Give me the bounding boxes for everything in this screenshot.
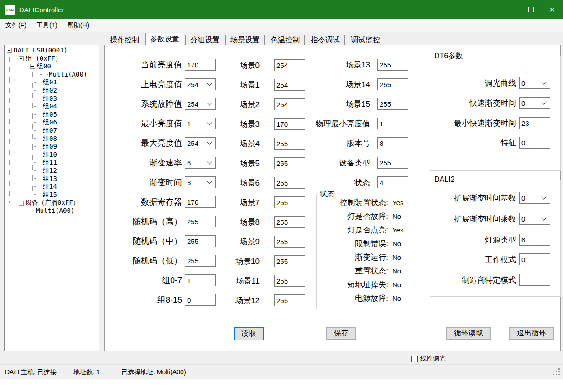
tree-item-label: 组 (0xFF)	[26, 55, 59, 63]
param-input[interactable]	[519, 137, 550, 149]
tree-item-group04[interactable]: 组04	[5, 103, 99, 111]
tree-item-group03[interactable]: 组03	[5, 95, 99, 103]
scene-input[interactable]	[274, 157, 305, 169]
param-combo[interactable]: 1	[185, 118, 216, 129]
tree-item-multi-a00[interactable]: Multi(A00)	[5, 207, 99, 215]
collapse-icon[interactable]	[19, 56, 24, 61]
tree-item-multi-a00[interactable]: Multi(A00)	[5, 71, 99, 79]
param-label: 设备类型	[315, 158, 377, 168]
tree-item-group12[interactable]: 组12	[5, 167, 99, 175]
tree-item-label: 组14	[43, 183, 57, 191]
collapse-icon[interactable]	[30, 64, 35, 69]
param-combo[interactable]: 254	[185, 78, 216, 90]
tree-item-group15[interactable]: 组15	[5, 191, 99, 199]
scene-label: 场景1	[215, 80, 274, 90]
tab-scene-settings[interactable]: 场景设置	[225, 35, 265, 45]
status-label: 电源故障:	[320, 293, 388, 304]
scene-input[interactable]	[274, 118, 305, 130]
tree-item-group05[interactable]: 组05	[5, 111, 99, 119]
param-input[interactable]	[377, 118, 408, 129]
param-combo[interactable]: 254	[185, 137, 216, 149]
param-input[interactable]	[377, 176, 408, 188]
minimize-button[interactable]	[500, 0, 521, 19]
param-input[interactable]	[377, 59, 408, 71]
param-label: 系统故障值	[124, 98, 185, 109]
read-button[interactable]: 读取	[234, 327, 264, 340]
tree-item-group-root[interactable]: 组 (0xFF)	[5, 55, 99, 63]
loop-read-button[interactable]: 循环读取	[446, 327, 491, 340]
param-label: 灯源类型	[432, 235, 519, 245]
tree-item-group13[interactable]: 组13	[5, 175, 99, 183]
tree-item-dali-usb[interactable]: DALI USB(0001)	[5, 46, 99, 55]
scene-input[interactable]	[274, 79, 305, 91]
checkbox-icon[interactable]	[411, 356, 418, 362]
param-input[interactable]	[519, 117, 550, 129]
param-row: 制造商特定模式	[432, 274, 550, 286]
collapse-icon[interactable]	[19, 201, 24, 206]
param-combo[interactable]: 3	[185, 176, 216, 188]
param-input[interactable]	[519, 253, 550, 265]
param-combo[interactable]: 0	[519, 192, 550, 204]
exit-loop-button[interactable]: 退出循环	[509, 327, 554, 340]
tab-parameter-settings[interactable]: 参数设置	[145, 33, 184, 45]
scene-input[interactable]	[274, 59, 305, 71]
param-combo[interactable]: 0	[519, 77, 550, 89]
tree-item-group00[interactable]: 组00	[5, 62, 99, 71]
tab-color-temp-control[interactable]: 色温控制	[266, 35, 305, 45]
menu-file[interactable]: 文件(F)	[0, 19, 31, 32]
tree-item-group01[interactable]: 组01	[5, 78, 99, 87]
scene-input[interactable]	[274, 275, 305, 287]
scene-input[interactable]	[274, 138, 305, 150]
tab-grouping-settings[interactable]: 分组设置	[185, 35, 224, 45]
save-button[interactable]: 保存	[326, 327, 356, 340]
scene-label: 场景5	[215, 158, 274, 169]
scene-input[interactable]	[274, 177, 305, 189]
tree-item-group09[interactable]: 组09	[5, 143, 99, 151]
param-combo[interactable]: 0	[519, 213, 550, 225]
param-input[interactable]	[185, 59, 216, 71]
param-input[interactable]	[377, 98, 408, 110]
tree-item-label: 组02	[43, 87, 57, 95]
param-input[interactable]	[185, 255, 216, 267]
maximize-button[interactable]	[521, 0, 542, 19]
scene-input[interactable]	[274, 294, 305, 306]
param-combo[interactable]: 0	[519, 97, 550, 109]
tab-operation-control[interactable]: 操作控制	[105, 35, 144, 45]
tree-item-device-broadcast[interactable]: 设备（广播0xFF）	[5, 199, 99, 207]
tree-item-group11[interactable]: 组11	[5, 159, 99, 167]
param-input[interactable]	[185, 216, 216, 227]
tab-debug-monitor[interactable]: 调试监控	[346, 35, 385, 45]
param-input[interactable]	[519, 274, 550, 286]
param-combo[interactable]: 254	[185, 98, 216, 110]
linear-dimming-checkbox[interactable]: 线性调光	[411, 355, 446, 363]
scene-input[interactable]	[274, 216, 305, 228]
param-row: 特征	[432, 137, 550, 149]
param-input[interactable]	[185, 235, 216, 247]
scene-input[interactable]	[274, 255, 305, 267]
tree-item-group06[interactable]: 组06	[5, 119, 99, 127]
tree-item-group08[interactable]: 组08	[5, 135, 99, 143]
resize-grip[interactable]	[553, 368, 554, 370]
param-input[interactable]	[519, 234, 550, 246]
param-input[interactable]	[377, 157, 408, 169]
close-button[interactable]: ×	[542, 0, 563, 19]
tree-item-group02[interactable]: 组02	[5, 87, 99, 95]
param-input[interactable]	[377, 137, 408, 149]
tree-item-group10[interactable]: 组10	[5, 151, 99, 159]
tab-command-debug[interactable]: 指令调试	[306, 35, 345, 45]
dt6-groupbox	[430, 56, 561, 171]
param-combo[interactable]: 6	[185, 157, 216, 169]
tree-dash	[34, 98, 42, 99]
menu-tools[interactable]: 工具(T)	[31, 19, 63, 32]
collapse-icon[interactable]	[7, 48, 12, 53]
param-input[interactable]	[185, 274, 216, 286]
scene-input[interactable]	[274, 236, 305, 248]
scene-input[interactable]	[274, 196, 305, 208]
param-input[interactable]	[185, 196, 216, 208]
scene-input[interactable]	[274, 98, 305, 110]
menu-help[interactable]: 帮助(H)	[63, 19, 94, 32]
param-input[interactable]	[377, 78, 408, 90]
param-input[interactable]	[185, 294, 216, 306]
tree-item-group07[interactable]: 组07	[5, 127, 99, 135]
tree-item-group14[interactable]: 组14	[5, 183, 99, 191]
